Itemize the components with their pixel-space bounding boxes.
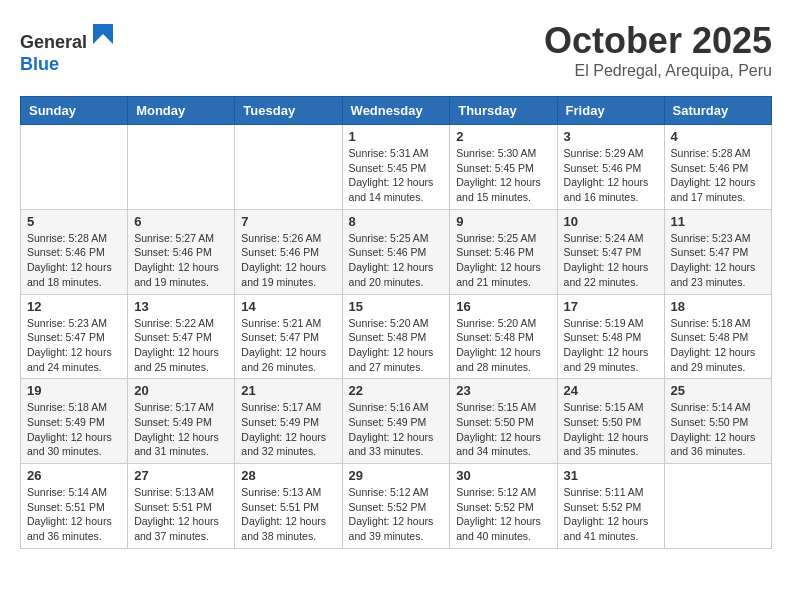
day-info: Sunrise: 5:26 AM Sunset: 5:46 PM Dayligh…	[241, 231, 335, 290]
day-info: Sunrise: 5:30 AM Sunset: 5:45 PM Dayligh…	[456, 146, 550, 205]
calendar-cell: 29Sunrise: 5:12 AM Sunset: 5:52 PM Dayli…	[342, 464, 450, 549]
day-info: Sunrise: 5:12 AM Sunset: 5:52 PM Dayligh…	[349, 485, 444, 544]
day-info: Sunrise: 5:29 AM Sunset: 5:46 PM Dayligh…	[564, 146, 658, 205]
day-info: Sunrise: 5:13 AM Sunset: 5:51 PM Dayligh…	[241, 485, 335, 544]
title-block: October 2025 El Pedregal, Arequipa, Peru	[544, 20, 772, 80]
day-info: Sunrise: 5:19 AM Sunset: 5:48 PM Dayligh…	[564, 316, 658, 375]
day-number: 8	[349, 214, 444, 229]
day-info: Sunrise: 5:13 AM Sunset: 5:51 PM Dayligh…	[134, 485, 228, 544]
day-number: 22	[349, 383, 444, 398]
calendar-cell: 28Sunrise: 5:13 AM Sunset: 5:51 PM Dayli…	[235, 464, 342, 549]
day-number: 17	[564, 299, 658, 314]
calendar-header-row: SundayMondayTuesdayWednesdayThursdayFrid…	[21, 97, 772, 125]
calendar-cell: 13Sunrise: 5:22 AM Sunset: 5:47 PM Dayli…	[128, 294, 235, 379]
day-info: Sunrise: 5:20 AM Sunset: 5:48 PM Dayligh…	[349, 316, 444, 375]
day-number: 18	[671, 299, 765, 314]
day-number: 27	[134, 468, 228, 483]
calendar-header-thursday: Thursday	[450, 97, 557, 125]
calendar-cell: 10Sunrise: 5:24 AM Sunset: 5:47 PM Dayli…	[557, 209, 664, 294]
calendar-week-row: 5Sunrise: 5:28 AM Sunset: 5:46 PM Daylig…	[21, 209, 772, 294]
calendar-cell: 2Sunrise: 5:30 AM Sunset: 5:45 PM Daylig…	[450, 125, 557, 210]
calendar-cell: 19Sunrise: 5:18 AM Sunset: 5:49 PM Dayli…	[21, 379, 128, 464]
calendar-cell	[21, 125, 128, 210]
day-info: Sunrise: 5:15 AM Sunset: 5:50 PM Dayligh…	[456, 400, 550, 459]
calendar-header-wednesday: Wednesday	[342, 97, 450, 125]
day-number: 10	[564, 214, 658, 229]
day-number: 11	[671, 214, 765, 229]
calendar-cell: 11Sunrise: 5:23 AM Sunset: 5:47 PM Dayli…	[664, 209, 771, 294]
calendar-week-row: 1Sunrise: 5:31 AM Sunset: 5:45 PM Daylig…	[21, 125, 772, 210]
calendar-cell: 17Sunrise: 5:19 AM Sunset: 5:48 PM Dayli…	[557, 294, 664, 379]
logo-blue-text: Blue	[20, 54, 59, 74]
calendar-cell: 21Sunrise: 5:17 AM Sunset: 5:49 PM Dayli…	[235, 379, 342, 464]
day-info: Sunrise: 5:22 AM Sunset: 5:47 PM Dayligh…	[134, 316, 228, 375]
day-number: 30	[456, 468, 550, 483]
calendar-header-sunday: Sunday	[21, 97, 128, 125]
day-number: 12	[27, 299, 121, 314]
calendar-header-monday: Monday	[128, 97, 235, 125]
day-number: 14	[241, 299, 335, 314]
calendar-cell: 27Sunrise: 5:13 AM Sunset: 5:51 PM Dayli…	[128, 464, 235, 549]
day-number: 7	[241, 214, 335, 229]
calendar-header-saturday: Saturday	[664, 97, 771, 125]
calendar-header-friday: Friday	[557, 97, 664, 125]
day-info: Sunrise: 5:17 AM Sunset: 5:49 PM Dayligh…	[241, 400, 335, 459]
logo-general-text: General	[20, 32, 87, 52]
logo-icon	[89, 20, 117, 48]
day-number: 28	[241, 468, 335, 483]
calendar-week-row: 26Sunrise: 5:14 AM Sunset: 5:51 PM Dayli…	[21, 464, 772, 549]
calendar-cell: 16Sunrise: 5:20 AM Sunset: 5:48 PM Dayli…	[450, 294, 557, 379]
calendar-header-tuesday: Tuesday	[235, 97, 342, 125]
calendar-cell: 6Sunrise: 5:27 AM Sunset: 5:46 PM Daylig…	[128, 209, 235, 294]
day-info: Sunrise: 5:12 AM Sunset: 5:52 PM Dayligh…	[456, 485, 550, 544]
day-info: Sunrise: 5:17 AM Sunset: 5:49 PM Dayligh…	[134, 400, 228, 459]
calendar-cell	[235, 125, 342, 210]
day-info: Sunrise: 5:28 AM Sunset: 5:46 PM Dayligh…	[671, 146, 765, 205]
calendar-cell: 24Sunrise: 5:15 AM Sunset: 5:50 PM Dayli…	[557, 379, 664, 464]
calendar-week-row: 19Sunrise: 5:18 AM Sunset: 5:49 PM Dayli…	[21, 379, 772, 464]
calendar-cell: 8Sunrise: 5:25 AM Sunset: 5:46 PM Daylig…	[342, 209, 450, 294]
calendar-cell: 12Sunrise: 5:23 AM Sunset: 5:47 PM Dayli…	[21, 294, 128, 379]
calendar-cell: 15Sunrise: 5:20 AM Sunset: 5:48 PM Dayli…	[342, 294, 450, 379]
day-info: Sunrise: 5:23 AM Sunset: 5:47 PM Dayligh…	[27, 316, 121, 375]
day-number: 2	[456, 129, 550, 144]
calendar-cell	[128, 125, 235, 210]
day-info: Sunrise: 5:21 AM Sunset: 5:47 PM Dayligh…	[241, 316, 335, 375]
calendar-week-row: 12Sunrise: 5:23 AM Sunset: 5:47 PM Dayli…	[21, 294, 772, 379]
day-number: 9	[456, 214, 550, 229]
day-number: 21	[241, 383, 335, 398]
calendar-cell: 31Sunrise: 5:11 AM Sunset: 5:52 PM Dayli…	[557, 464, 664, 549]
calendar-cell: 9Sunrise: 5:25 AM Sunset: 5:46 PM Daylig…	[450, 209, 557, 294]
month-title: October 2025	[544, 20, 772, 62]
calendar-cell: 4Sunrise: 5:28 AM Sunset: 5:46 PM Daylig…	[664, 125, 771, 210]
day-info: Sunrise: 5:16 AM Sunset: 5:49 PM Dayligh…	[349, 400, 444, 459]
day-info: Sunrise: 5:25 AM Sunset: 5:46 PM Dayligh…	[456, 231, 550, 290]
day-number: 6	[134, 214, 228, 229]
calendar-table: SundayMondayTuesdayWednesdayThursdayFrid…	[20, 96, 772, 549]
day-info: Sunrise: 5:11 AM Sunset: 5:52 PM Dayligh…	[564, 485, 658, 544]
calendar-cell	[664, 464, 771, 549]
day-info: Sunrise: 5:14 AM Sunset: 5:51 PM Dayligh…	[27, 485, 121, 544]
day-number: 19	[27, 383, 121, 398]
day-number: 20	[134, 383, 228, 398]
calendar-cell: 7Sunrise: 5:26 AM Sunset: 5:46 PM Daylig…	[235, 209, 342, 294]
calendar-cell: 30Sunrise: 5:12 AM Sunset: 5:52 PM Dayli…	[450, 464, 557, 549]
day-info: Sunrise: 5:27 AM Sunset: 5:46 PM Dayligh…	[134, 231, 228, 290]
calendar-cell: 23Sunrise: 5:15 AM Sunset: 5:50 PM Dayli…	[450, 379, 557, 464]
day-number: 4	[671, 129, 765, 144]
day-number: 5	[27, 214, 121, 229]
day-info: Sunrise: 5:23 AM Sunset: 5:47 PM Dayligh…	[671, 231, 765, 290]
day-info: Sunrise: 5:31 AM Sunset: 5:45 PM Dayligh…	[349, 146, 444, 205]
logo: General Blue	[20, 20, 117, 75]
day-number: 15	[349, 299, 444, 314]
day-info: Sunrise: 5:18 AM Sunset: 5:48 PM Dayligh…	[671, 316, 765, 375]
location-text: El Pedregal, Arequipa, Peru	[544, 62, 772, 80]
calendar-cell: 20Sunrise: 5:17 AM Sunset: 5:49 PM Dayli…	[128, 379, 235, 464]
day-info: Sunrise: 5:20 AM Sunset: 5:48 PM Dayligh…	[456, 316, 550, 375]
day-number: 29	[349, 468, 444, 483]
calendar-cell: 18Sunrise: 5:18 AM Sunset: 5:48 PM Dayli…	[664, 294, 771, 379]
day-number: 31	[564, 468, 658, 483]
day-info: Sunrise: 5:15 AM Sunset: 5:50 PM Dayligh…	[564, 400, 658, 459]
day-number: 16	[456, 299, 550, 314]
day-number: 24	[564, 383, 658, 398]
